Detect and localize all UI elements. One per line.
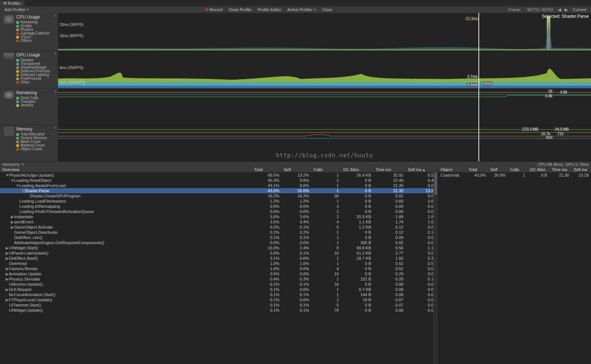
- table-row[interactable]: ▼Loading.ReadObject45.3%0.8%10 B22.400.4…: [0, 178, 438, 183]
- foldout-icon[interactable]: ▶: [10, 225, 14, 230]
- table-row[interactable]: Loading.LoadFileHeaders1.2%1.2%10 B0.600…: [0, 199, 438, 204]
- col-time[interactable]: Time ms: [549, 167, 571, 172]
- table-row[interactable]: ▶GameObject.Activate0.2%0.1%51.2 KB0.120…: [0, 224, 438, 230]
- tab-title: Profiler: [8, 1, 21, 6]
- foldout-icon[interactable]: ▶: [5, 272, 9, 276]
- table-row[interactable]: ▼Shader.Parse43.0%26.8%10 B21.3013.28: [0, 188, 438, 193]
- table-row[interactable]: ▼PhysicHitJudge.Update()66.5%13.2%126.4 …: [0, 173, 438, 178]
- deep-profile-button[interactable]: Deep Profile: [226, 7, 255, 12]
- col-total[interactable]: Total: [252, 167, 282, 172]
- rendering-chart[interactable]: 28 4.8k 6.9k: [58, 89, 591, 125]
- scrollbar[interactable]: [433, 173, 438, 364]
- profiler-tab[interactable]: Profiler: [0, 1, 25, 6]
- foldout-icon[interactable]: ▶: [5, 251, 9, 256]
- table-row[interactable]: AttributeHelperEngine.GetRequiredCompone…: [0, 240, 438, 245]
- table-row[interactable]: ▶UIPanel.LateUpdate()5.6%0.1%1051.2 KB2.…: [0, 250, 438, 256]
- legend-item[interactable]: Vertices: [16, 104, 56, 107]
- col-overview[interactable]: Overview: [0, 167, 252, 172]
- foldout-icon[interactable]: ▶: [5, 246, 9, 250]
- foldout-icon[interactable]: ▶: [5, 266, 9, 271]
- foldout-icon[interactable]: ▶: [5, 256, 9, 261]
- rendering-icon: [4, 91, 14, 99]
- table-row[interactable]: GameObject.Deactivate0.2%0.2%20 B0.120.1…: [0, 230, 438, 235]
- col-selfms[interactable]: Self ms: [571, 167, 591, 172]
- legend-swatch-icon: [16, 40, 19, 42]
- table-row[interactable]: Shader.CreateGPUProgram16.2%16.2%380 B8.…: [0, 193, 438, 199]
- chart-area[interactable]: Selected: Shader.Parse 33ms (30FPS) 16ms…: [58, 13, 591, 161]
- table-row[interactable]: Loading.IDRemapping0.0%0.0%30 B0.000.00: [0, 204, 438, 209]
- table-row[interactable]: ▶Animation.Update0.5%0.0%190 B0.290.01: [0, 271, 438, 276]
- hierarchy-table: Overview Total Self Calls GC Alloc Time …: [0, 167, 438, 364]
- next-frame-button[interactable]: ▶: [563, 7, 569, 12]
- foldout-icon[interactable]: ▼: [5, 173, 9, 177]
- table-row[interactable]: DieEffect..ctor()0.1%0.1%10 B0.090.09: [0, 235, 438, 240]
- foldout-icon[interactable]: ▶: [5, 277, 9, 282]
- foldout-icon[interactable]: ▼: [16, 183, 19, 188]
- memory-track[interactable]: × Memory Total AllocatedTexture MemoryMe…: [0, 125, 58, 161]
- frame-cursor[interactable]: [478, 13, 479, 161]
- legend-item[interactable]: Object Count: [16, 147, 56, 151]
- col-calls[interactable]: Calls: [311, 167, 341, 172]
- rendering-track[interactable]: × Rendering Draw CallsTrianglesVertices: [0, 89, 58, 125]
- table-row[interactable]: UITweener.Start()0.1%0.1%50 B0.070.07: [0, 302, 438, 308]
- legend-swatch-icon: [16, 104, 19, 107]
- foldout-icon[interactable]: ▼: [10, 178, 14, 183]
- add-profiler-button[interactable]: Add Profiler▾: [1, 7, 32, 12]
- close-icon[interactable]: ×: [54, 126, 56, 130]
- record-button[interactable]: Record: [202, 7, 226, 12]
- col-selfms[interactable]: Self ms▲: [406, 167, 438, 172]
- table-row[interactable]: NcCurveAnimation.Start()0.1%0.1%1144 B0.…: [0, 292, 438, 297]
- col-self[interactable]: Self: [282, 167, 311, 172]
- svg-line-5: [504, 95, 509, 97]
- table-row[interactable]: ▶GUI.Repaint0.1%0.0%10.7 KB0.080.04: [0, 287, 438, 292]
- memory-chart[interactable]: 270.3 MB 24.0 MB 16.7k 715 603 http://bl…: [58, 125, 591, 161]
- hierarchy-dropdown[interactable]: Hierarchy: [2, 162, 20, 167]
- current-button[interactable]: Current: [569, 7, 590, 12]
- table-row[interactable]: ▶Physics.Simulate0.4%0.3%1152 B0.200.17: [0, 276, 438, 282]
- profile-editor-button[interactable]: Profile Editor: [255, 7, 285, 12]
- table-row[interactable]: UIWidget.Update()0.1%0.1%780 B0.060.06: [0, 308, 438, 313]
- legend-item[interactable]: Other: [16, 81, 56, 84]
- foldout-icon[interactable]: ▶: [5, 287, 9, 292]
- col-object[interactable]: Object: [438, 167, 467, 172]
- col-calls[interactable]: Calls: [508, 167, 527, 172]
- legend-item[interactable]: Others: [16, 39, 56, 43]
- col-gc[interactable]: GC Alloc: [341, 167, 373, 172]
- active-profiler-button[interactable]: Active Profiler▾: [285, 7, 319, 12]
- table-row[interactable]: ▶Instantiate3.8%3.6%220.3 KB1.881.82: [0, 214, 438, 219]
- table-row[interactable]: Loading.FindInThreadedActivationQueue0.0…: [0, 209, 438, 214]
- close-icon[interactable]: ×: [54, 14, 56, 18]
- value-label: 6.9k: [545, 94, 553, 98]
- clear-button[interactable]: Clear: [319, 7, 335, 12]
- col-total[interactable]: Total: [467, 167, 488, 172]
- foldout-icon[interactable]: ▶: [10, 214, 14, 219]
- table-header: Overview Total Self Calls GC Alloc Time …: [0, 167, 438, 173]
- col-gc[interactable]: GC Alloc: [527, 167, 549, 172]
- table-row[interactable]: UIAnchor.Update()0.1%0.1%180 B0.080.08: [0, 282, 438, 287]
- table-row[interactable]: ▶sendEvent3.5%3.4%41.1 KB1.741.69: [0, 219, 438, 224]
- detail-row[interactable]: Custom/at43.0%26.8%10 B21.3013.28: [438, 173, 591, 178]
- foldout-icon[interactable]: ▶: [5, 298, 9, 302]
- gpu-chart[interactable]: 4ms (250FPS) 1ms (1000FPS) 1.7ms 0.6ms 0…: [58, 51, 591, 89]
- value-label: 715: [556, 132, 564, 136]
- foldout-icon[interactable]: ▼: [21, 188, 25, 193]
- cpu-title: CPU Usage: [16, 14, 56, 20]
- table-row[interactable]: ▼Loading.AwakeFromLoad43.1%0.0%10 B21.35…: [0, 183, 438, 188]
- table-row[interactable]: ▶FTPlayerLocal.Update()0.1%0.0%118 B0.07…: [0, 297, 438, 302]
- grid-label: 4ms (250FPS): [59, 66, 83, 70]
- table-row[interactable]: ▶Camera.Render1.0%0.0%40 B0.520.03: [0, 266, 438, 271]
- close-icon[interactable]: ×: [54, 52, 56, 56]
- col-time[interactable]: Time ms: [373, 167, 406, 172]
- cpu-track[interactable]: × CPU Usage RenderingScriptsPhysicsGarba…: [0, 13, 58, 51]
- foldout-icon[interactable]: ▶: [10, 220, 14, 224]
- cpu-chart[interactable]: 33ms (30FPS) 16ms (60FPS) 21.3ms: [58, 13, 591, 51]
- prev-frame-button[interactable]: ◀: [556, 7, 563, 12]
- table-row[interactable]: ▶DieEffect.Start()3.1%0.6%118.7 KB1.550.…: [0, 256, 438, 261]
- legend-swatch-icon: [16, 66, 19, 69]
- table-row[interactable]: ▶UIWidget.Start()19.3%2.4%890.6 KB9.561.…: [0, 245, 438, 250]
- gpu-track[interactable]: × GPU Usage OpaqueTransparentShadows/Dep…: [0, 51, 58, 89]
- close-icon[interactable]: ×: [54, 89, 56, 94]
- table-row[interactable]: Overhead1.0%1.0%10 B0.520.52: [0, 261, 438, 266]
- col-self[interactable]: Self: [488, 167, 508, 172]
- scrollbar-thumb[interactable]: [434, 173, 437, 195]
